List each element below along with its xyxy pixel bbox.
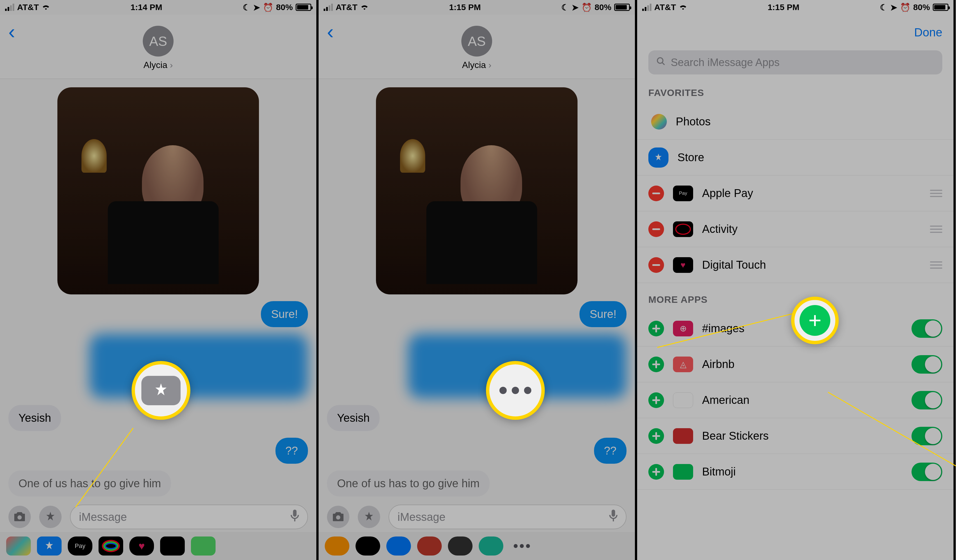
add-button[interactable] [648,356,664,372]
carrier: AT&T [17,3,39,12]
drawer-app-icon[interactable] [355,536,380,555]
row-activity[interactable]: Activity [637,211,953,247]
row-label: Bear Stickers [702,430,903,442]
alarm-icon: ⏰ [582,3,592,12]
carrier: AT&T [336,3,357,12]
row-bear[interactable]: Bear Stickers [637,418,953,454]
camera-button[interactable] [8,506,31,528]
chat-header: ‹ AS Alycia [319,14,635,79]
drawer-more-button[interactable] [509,536,534,555]
callout-apps [132,361,190,420]
contact-name[interactable]: Alycia [462,60,492,70]
drawer-app-icon[interactable] [325,536,349,555]
mic-icon[interactable] [291,510,299,524]
message-input[interactable]: iMessage [388,505,626,529]
remove-button[interactable] [648,221,664,237]
app-drawer[interactable]: Pay ♥ [0,532,316,560]
status-bar: AT&T 1:15 PM ☾ ➤ ⏰ 80% [319,0,635,14]
plus-icon: + [800,305,830,336]
row-bitmoji[interactable]: Bitmoji [637,454,953,490]
drag-handle[interactable] [930,261,942,269]
location-icon: ➤ [572,3,579,12]
drag-handle[interactable] [930,226,942,233]
alarm-icon: ⏰ [900,3,910,12]
sent-bubble[interactable]: Sure! [579,301,626,327]
row-american[interactable]: American [637,382,953,418]
done-button[interactable]: Done [648,26,942,39]
contact-avatar[interactable]: AS [143,26,174,56]
toggle-switch[interactable] [912,463,942,481]
alarm-icon: ⏰ [263,3,273,12]
received-bubble[interactable]: Yesish [327,405,380,431]
drawer-app-icon[interactable] [386,536,411,555]
drawer-applepay-icon[interactable]: Pay [68,536,93,555]
sent-bubble[interactable]: ?? [594,438,627,464]
row-store[interactable]: Store [637,140,953,176]
drawer-app-icon[interactable] [417,536,442,555]
applepay-icon: Pay [673,185,693,201]
row-photos[interactable]: Photos [637,104,953,140]
search-field[interactable]: Search iMessage Apps [648,50,942,74]
drawer-app-icon[interactable] [448,536,473,555]
drawer-activity-icon[interactable] [99,536,123,555]
battery-pct: 80% [913,3,930,12]
signal-icon [642,4,651,11]
drawer-app-icon[interactable] [479,536,503,555]
remove-button[interactable] [648,185,664,201]
pending-bubble: One of us has to go give him [327,471,490,496]
compose-row: iMessage [319,505,635,529]
add-button[interactable] [648,464,664,480]
carrier: AT&T [654,3,676,12]
clock: 1:14 PM [131,3,162,12]
message-input[interactable]: iMessage [70,505,308,529]
drawer-digitaltouch-icon[interactable]: ♥ [129,536,154,555]
remove-button[interactable] [648,257,664,273]
message-list: Sure! Yesish ?? One of us has to go give… [0,79,316,505]
images-icon: ⊕ [673,321,693,336]
add-button[interactable] [648,428,664,444]
mic-icon[interactable] [609,510,618,524]
row-digitaltouch[interactable]: ♥ Digital Touch [637,247,953,283]
image-message[interactable] [376,87,577,295]
apps-button[interactable] [39,506,61,528]
row-label: Airbnb [702,358,903,370]
apps-button[interactable] [358,506,380,528]
received-bubble[interactable]: Yesish [8,405,61,431]
wifi-icon [360,3,369,12]
chat-header: ‹ AS Alycia [0,14,316,79]
row-applepay[interactable]: Pay Apple Pay [637,176,953,211]
add-button[interactable] [648,321,664,336]
row-label: Digital Touch [702,259,921,271]
american-icon [673,392,693,408]
drawer-app-icon[interactable] [191,536,215,555]
back-button[interactable]: ‹ [327,20,334,43]
message-list: Sure! Yesish ?? One of us has to go give… [319,79,635,505]
sent-bubble[interactable]: Sure! [261,301,308,327]
camera-button[interactable] [327,506,349,528]
drag-handle[interactable] [930,190,942,197]
add-button[interactable] [648,392,664,408]
drawer-photos-icon[interactable] [6,536,31,555]
back-button[interactable]: ‹ [8,20,15,43]
toggle-switch[interactable] [912,355,942,373]
row-airbnb[interactable]: ◬ Airbnb [637,347,953,382]
app-drawer[interactable] [319,532,635,560]
toggle-switch[interactable] [912,391,942,409]
toggle-switch[interactable] [912,319,942,338]
sent-bubble[interactable]: ?? [275,438,308,464]
clock: 1:15 PM [449,3,481,12]
battery-pct: 80% [276,3,293,12]
row-label: Activity [702,223,921,235]
signal-icon [324,4,333,11]
activity-icon [673,221,693,237]
row-label: Apple Pay [702,187,921,199]
image-message[interactable] [57,87,259,295]
contact-name[interactable]: Alycia [144,60,173,70]
callout-more [486,361,545,420]
digitaltouch-icon: ♥ [673,257,693,273]
drawer-store-icon[interactable] [37,536,61,555]
contact-avatar[interactable]: AS [461,26,492,56]
drawer-app-icon[interactable] [160,536,185,555]
bear-icon [673,428,693,444]
status-bar: AT&T 1:15 PM ☾ ➤ ⏰ 80% [637,0,953,14]
